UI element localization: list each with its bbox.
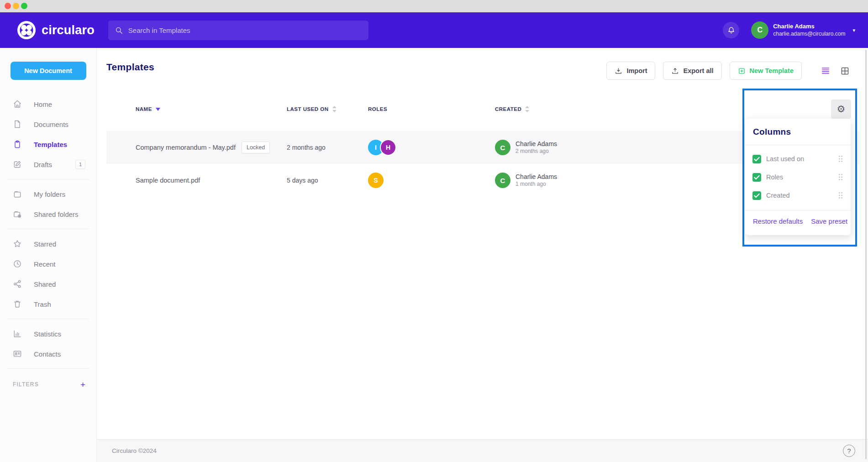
columns-popup-title: Columns xyxy=(745,119,851,145)
role-badge[interactable]: H xyxy=(380,139,396,156)
sidebar-item-label: Trash xyxy=(34,300,51,308)
page-scrollbar[interactable] xyxy=(865,50,867,459)
sidebar-item-label: Shared folders xyxy=(34,210,79,218)
checkbox-checked-icon[interactable] xyxy=(752,173,761,182)
column-label: ROLES xyxy=(368,106,387,112)
window-minimize-button[interactable] xyxy=(13,3,19,9)
search-icon xyxy=(115,26,123,35)
list-view-icon[interactable] xyxy=(821,66,831,75)
sidebar-item-label: My folders xyxy=(34,190,65,198)
view-toggles xyxy=(821,66,850,76)
created-time: 2 months ago xyxy=(516,148,557,155)
column-label: NAME xyxy=(136,106,152,112)
sidebar-item-label: Statistics xyxy=(34,330,61,338)
plus-square-icon xyxy=(738,67,746,75)
help-button[interactable]: ? xyxy=(843,445,855,457)
sidebar-divider xyxy=(7,319,89,319)
sidebar-divider xyxy=(7,229,89,229)
sidebar-item-documents[interactable]: Documents xyxy=(0,114,96,134)
import-icon xyxy=(615,67,622,75)
search-bar[interactable] xyxy=(108,21,368,40)
export-all-label: Export all xyxy=(683,67,713,74)
brand-name: circularo xyxy=(42,23,95,37)
statistics-icon xyxy=(13,329,22,338)
locked-badge: Locked xyxy=(242,142,270,153)
sidebar-item-home[interactable]: Home xyxy=(0,94,96,114)
user-menu[interactable]: C Charlie Adams charlie.adams@circularo.… xyxy=(751,21,855,39)
save-preset-link[interactable]: Save preset xyxy=(811,217,847,225)
sidebar-item-label: Contacts xyxy=(34,350,61,358)
sidebar-item-trash[interactable]: Trash xyxy=(0,294,96,314)
footer: Circularo ©2024 ? xyxy=(97,439,868,462)
search-input[interactable] xyxy=(128,26,362,34)
window-titlebar xyxy=(0,0,868,12)
sidebar-item-contacts[interactable]: Contacts xyxy=(0,344,96,364)
sidebar-divider xyxy=(7,368,89,369)
column-header-last-used[interactable]: LAST USED ON xyxy=(287,106,368,112)
user-avatar: C xyxy=(751,21,768,39)
last-used-cell: 2 months ago xyxy=(287,144,368,151)
window-close-button[interactable] xyxy=(5,3,11,9)
column-toggle-label: Roles xyxy=(766,173,783,181)
import-button[interactable]: Import xyxy=(606,62,655,80)
column-toggle-created[interactable]: Created xyxy=(745,186,851,205)
sidebar-item-shared-folders[interactable]: Shared folders xyxy=(0,204,96,224)
created-time: 1 month ago xyxy=(516,181,557,188)
new-template-button[interactable]: New Template xyxy=(730,62,802,80)
sidebar-item-recent[interactable]: Recent xyxy=(0,254,96,274)
document-name: Company memorandum - May.pdf xyxy=(136,144,236,151)
column-header-name[interactable]: NAME xyxy=(136,106,287,112)
drag-handle-icon[interactable] xyxy=(838,192,843,199)
star-icon xyxy=(13,239,22,248)
creator-name: Charlie Adams xyxy=(516,140,557,148)
window-zoom-button[interactable] xyxy=(21,3,27,9)
export-icon xyxy=(671,67,679,75)
column-toggle-last-used[interactable]: Last used on xyxy=(745,150,851,168)
document-name: Sample document.pdf xyxy=(136,177,200,184)
sidebar-item-templates[interactable]: Templates xyxy=(0,134,96,154)
trash-icon xyxy=(13,299,22,309)
sidebar-item-label: Templates xyxy=(34,141,67,148)
shared-folder-icon xyxy=(13,210,22,219)
export-all-button[interactable]: Export all xyxy=(663,62,721,80)
grid-view-icon[interactable] xyxy=(840,66,850,76)
sidebar-item-drafts[interactable]: Drafts 1 xyxy=(0,154,96,174)
column-toggle-roles[interactable]: Roles xyxy=(745,168,851,186)
sidebar-item-my-folders[interactable]: My folders xyxy=(0,184,96,204)
sidebar-divider xyxy=(7,179,89,179)
sidebar-item-label: Drafts xyxy=(34,161,52,168)
sidebar-item-statistics[interactable]: Statistics xyxy=(0,324,96,344)
sidebar-item-shared[interactable]: Shared xyxy=(0,274,96,294)
add-filter-button[interactable]: + xyxy=(80,380,85,389)
creator-avatar: C xyxy=(495,140,510,155)
roles-cell: S xyxy=(368,173,495,188)
share-icon xyxy=(13,279,22,289)
clock-icon xyxy=(13,259,22,268)
columns-popup: Columns Last used on Roles xyxy=(745,119,851,235)
role-badge[interactable]: S xyxy=(368,173,384,188)
sort-icon xyxy=(525,106,529,112)
sidebar-nav: Home Documents Templates Drafts 1 xyxy=(0,94,96,394)
checkbox-checked-icon[interactable] xyxy=(752,191,761,200)
drag-handle-icon[interactable] xyxy=(838,173,843,181)
import-label: Import xyxy=(626,67,647,74)
folder-icon xyxy=(13,189,22,199)
user-texts: Charlie Adams charlie.adams@circularo.co… xyxy=(773,23,845,37)
notifications-button[interactable] xyxy=(723,22,739,38)
sidebar-item-label: Starred xyxy=(34,240,56,248)
brand-logo[interactable]: circularo xyxy=(16,20,95,40)
column-settings-button[interactable]: ⚙ xyxy=(831,100,851,119)
contacts-icon xyxy=(13,349,22,358)
column-header-roles[interactable]: ROLES xyxy=(368,106,495,112)
bell-icon xyxy=(727,26,736,35)
drafts-count-badge: 1 xyxy=(75,160,85,169)
user-email: charlie.adams@circularo.com xyxy=(773,31,845,37)
checkbox-checked-icon[interactable] xyxy=(752,155,761,163)
restore-defaults-link[interactable]: Restore defaults xyxy=(753,217,803,225)
sidebar-item-starred[interactable]: Starred xyxy=(0,234,96,254)
new-document-button[interactable]: New Document xyxy=(11,62,86,80)
drag-handle-icon[interactable] xyxy=(838,155,843,163)
column-label: CREATED xyxy=(495,106,521,112)
creator-avatar: C xyxy=(495,173,510,188)
creator-name: Charlie Adams xyxy=(516,173,557,181)
